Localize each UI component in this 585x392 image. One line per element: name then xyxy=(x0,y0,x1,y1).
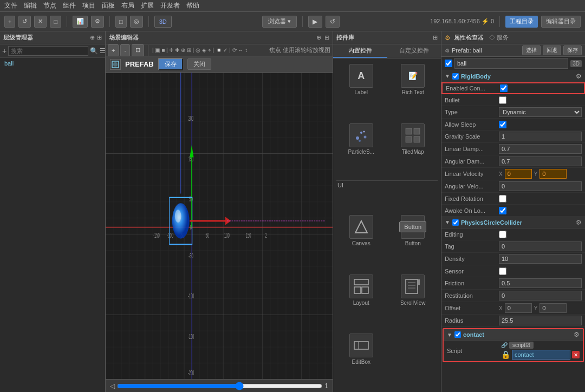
menu-item-extend[interactable]: 扩展 xyxy=(141,1,154,10)
scene-close-button[interactable]: 关闭 xyxy=(187,58,211,70)
tab-builtin[interactable]: 内置控件 xyxy=(333,44,387,58)
restitution-input[interactable] xyxy=(499,291,582,300)
menu-item-help[interactable]: 帮助 xyxy=(186,1,199,10)
contact-enabled[interactable] xyxy=(454,331,461,338)
hierarchy-icon-2[interactable]: ⊞ xyxy=(97,34,102,41)
save-prefab-button[interactable]: 保存 xyxy=(563,45,582,55)
scene-header-btn-1[interactable]: ⊕ xyxy=(316,34,321,41)
menu-item-panel[interactable]: 面板 xyxy=(102,1,115,10)
scene-canvas[interactable]: 200 150 50 0 -50 -100 -150 -200 -150 -10… xyxy=(106,73,333,379)
play-button[interactable]: ▶ xyxy=(308,16,322,28)
focus-label[interactable]: 焦点 xyxy=(269,46,281,54)
contact-arrow[interactable]: ▼ xyxy=(447,332,452,338)
contact-gear[interactable]: ⚙ xyxy=(574,331,580,338)
chart-button[interactable]: 📊 xyxy=(73,16,88,28)
comp-particles[interactable]: ParticleS... xyxy=(336,121,386,179)
bullet-checkbox[interactable] xyxy=(499,96,506,104)
hierarchy-search-input[interactable] xyxy=(8,46,88,56)
comp-canvas[interactable]: Canvas xyxy=(336,213,386,270)
hierarchy-icon-1[interactable]: ⊕ xyxy=(90,34,95,41)
offset-x-input[interactable] xyxy=(505,303,532,313)
component-grid: A Label 📝 Rich Text xyxy=(333,58,441,392)
component-panel-close[interactable]: ⊞ xyxy=(433,34,438,41)
linear-damp-input[interactable] xyxy=(499,144,582,154)
tab-inspector[interactable]: 属性检查器 xyxy=(454,34,484,42)
scene-bottom-icon-1[interactable]: ◁ xyxy=(110,382,115,390)
menu-item-component[interactable]: 组件 xyxy=(63,1,76,10)
refresh-button[interactable]: ↺ xyxy=(18,16,31,28)
comp-scrollview[interactable]: ScrollView xyxy=(388,272,438,330)
scene-zoom-fit[interactable]: ⊡ xyxy=(132,44,144,56)
richtext-name: Rich Text xyxy=(402,89,424,95)
comp-layout[interactable]: Layout xyxy=(336,272,386,330)
3d-mode-toggle[interactable]: 3D xyxy=(154,16,172,28)
angular-velo-input[interactable] xyxy=(499,181,582,191)
physics-circle-gear[interactable]: ⚙ xyxy=(576,219,582,226)
node-enabled-checkbox[interactable] xyxy=(445,60,452,67)
scene-zoom-slider[interactable] xyxy=(117,382,322,390)
tag-input[interactable] xyxy=(499,241,582,251)
friction-input[interactable] xyxy=(499,278,582,288)
zoom-view-label[interactable]: 使用滚轮缩放视图 xyxy=(283,46,330,54)
rigidbody-gear[interactable]: ⚙ xyxy=(576,73,582,80)
add-button[interactable]: + xyxy=(4,16,15,28)
node-name-input[interactable] xyxy=(454,58,568,69)
ui-section-label: UI xyxy=(336,180,438,211)
menu-item-edit[interactable]: 编辑 xyxy=(24,1,37,10)
particles-name: ParticleS... xyxy=(348,149,374,155)
comp-richtext[interactable]: 📝 Rich Text xyxy=(388,62,438,119)
linear-velocity-x[interactable] xyxy=(505,169,532,179)
sensor-checkbox[interactable] xyxy=(499,267,506,275)
linear-velocity-y[interactable] xyxy=(540,169,567,179)
svg-point-25 xyxy=(175,210,181,223)
menu-item-dev[interactable]: 开发者 xyxy=(160,1,180,10)
offset-y-input[interactable] xyxy=(540,303,567,313)
comp-extra[interactable]: EditBox xyxy=(336,331,386,389)
comp-button[interactable]: Button Button xyxy=(388,213,438,270)
allow-sleep-checkbox[interactable] xyxy=(499,121,506,128)
editing-checkbox[interactable] xyxy=(499,231,506,238)
circle-button[interactable]: ◎ xyxy=(130,16,143,28)
menu-item-node[interactable]: 节点 xyxy=(43,1,56,10)
comp-tiledmap[interactable]: TiledMap xyxy=(388,121,438,179)
tab-service[interactable]: ◇ 服务 xyxy=(489,34,509,42)
physics-circle-enabled[interactable] xyxy=(452,219,459,226)
menu-item-project[interactable]: 项目 xyxy=(82,1,95,10)
scene-header-btn-2[interactable]: ⊞ xyxy=(324,34,329,41)
undo-button[interactable]: 回退 xyxy=(543,45,561,55)
fullscreen-button[interactable]: □ xyxy=(50,16,61,28)
scene-zoom-in[interactable]: + xyxy=(108,44,119,56)
awake-checkbox[interactable] xyxy=(499,207,506,214)
tab-custom[interactable]: 自定义控件 xyxy=(387,44,441,58)
close-button[interactable]: ✕ xyxy=(34,16,47,28)
search-icon[interactable]: 🔍 xyxy=(90,47,98,55)
scene-grid-svg: 200 150 50 0 -50 -100 -150 -200 -150 -10… xyxy=(106,73,333,379)
menu-item-file[interactable]: 文件 xyxy=(4,1,17,10)
menu-item-layout[interactable]: 布局 xyxy=(121,1,134,10)
project-dir-button[interactable]: 工程目录 xyxy=(505,16,538,28)
radius-input[interactable] xyxy=(499,316,582,325)
type-select[interactable]: Dynamic Static Kinematic xyxy=(499,107,582,117)
enabled-contact-checkbox[interactable] xyxy=(500,84,508,92)
scene-zoom-out[interactable]: - xyxy=(120,44,130,56)
filter-icon[interactable]: ☰ xyxy=(100,47,106,55)
angular-dam-input[interactable] xyxy=(499,156,582,166)
fixed-rotation-checkbox[interactable] xyxy=(499,195,506,202)
separator-2 xyxy=(109,16,110,27)
add-node-icon[interactable]: + xyxy=(2,47,6,55)
density-input[interactable] xyxy=(499,254,582,264)
scene-save-button[interactable]: 保存 xyxy=(158,58,183,70)
script-remove-button[interactable]: ✕ xyxy=(572,351,580,358)
settings-button[interactable]: ⚙ xyxy=(91,16,104,28)
reload-button[interactable]: ↺ xyxy=(326,16,340,28)
select-button[interactable]: 选择 xyxy=(522,45,541,55)
gravity-scale-input[interactable] xyxy=(499,132,582,141)
rect-button[interactable]: □ xyxy=(115,16,127,28)
editor-dir-button[interactable]: 编辑器目录 xyxy=(541,16,581,28)
browser-button[interactable]: 浏览器 ▾ xyxy=(262,16,297,28)
rigidbody-arrow[interactable]: ▼ xyxy=(445,73,450,79)
physics-circle-arrow[interactable]: ▼ xyxy=(445,219,450,225)
rigidbody-enabled[interactable] xyxy=(452,73,459,80)
comp-label[interactable]: A Label xyxy=(336,62,386,119)
hierarchy-item-ball[interactable]: ball xyxy=(0,59,105,68)
